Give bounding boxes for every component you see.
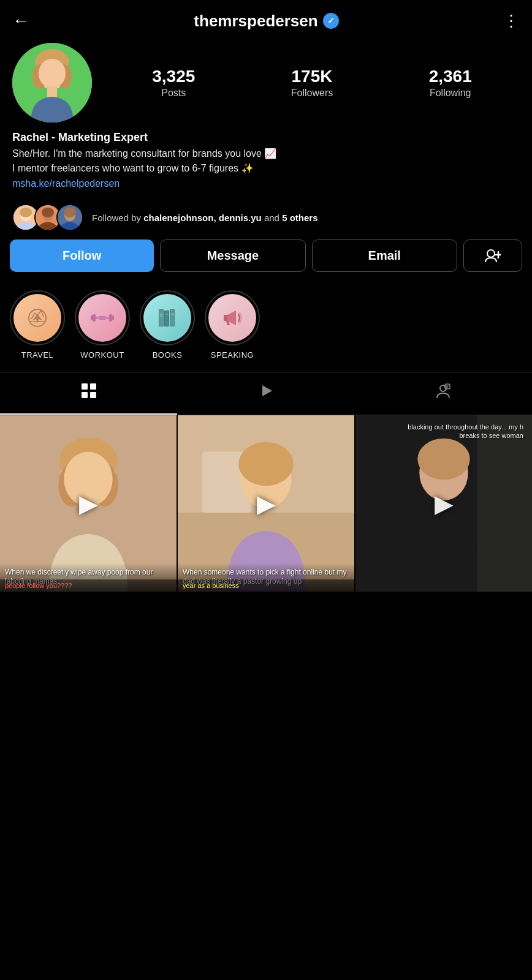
play-icon-2: ▶ (257, 489, 276, 518)
svg-rect-40 (90, 392, 96, 398)
svg-point-15 (64, 208, 76, 217)
highlight-ring-workout (75, 290, 130, 345)
bio-name: Rachel - Marketing Expert (12, 131, 520, 144)
posts-grid: ▶ When we discreetly wipe away poop from… (0, 415, 532, 592)
email-button[interactable]: Email (312, 239, 457, 272)
books-icon (154, 306, 181, 330)
workout-icon (89, 309, 116, 326)
svg-marker-41 (262, 385, 272, 396)
add-friend-button[interactable] (463, 239, 522, 272)
follower-avatar-3 (56, 204, 83, 231)
highlight-workout[interactable]: WORKOUT (75, 290, 130, 360)
play-icon-1: ▶ (79, 489, 98, 518)
svg-rect-37 (82, 383, 88, 390)
stat-followers[interactable]: 175K Followers (291, 67, 333, 99)
avatar[interactable] (12, 43, 92, 123)
grid-post-1[interactable]: ▶ When we discreetly wipe away poop from… (0, 415, 177, 592)
svg-point-59 (417, 439, 469, 480)
svg-point-56 (238, 442, 293, 486)
play-icon-3: ▶ (435, 489, 454, 518)
post-footer-2: year as a business (178, 579, 354, 592)
posts-label: Posts (152, 88, 195, 99)
username-label: themrspedersen (194, 12, 317, 31)
grid-post-2[interactable]: ▶ When someone wants to pick a fight onl… (178, 415, 354, 592)
bio-line2: I mentor freelancers who want to grow to… (12, 163, 254, 173)
svg-rect-36 (224, 315, 227, 321)
svg-point-12 (42, 208, 54, 217)
highlight-travel[interactable]: TRAVEL (10, 290, 65, 360)
bio-line1: She/Her. I'm the marketing consultant fo… (12, 148, 276, 159)
bio-text: She/Her. I'm the marketing consultant fo… (12, 146, 520, 176)
followers-label: Followers (291, 88, 333, 99)
highlight-ring-books (140, 290, 195, 345)
following-label: Following (429, 88, 472, 99)
svg-rect-24 (112, 315, 114, 320)
svg-rect-39 (82, 392, 88, 398)
travel-icon (25, 306, 50, 330)
message-button[interactable]: Message (160, 239, 305, 272)
highlight-inner-workout (78, 294, 126, 342)
bio-link[interactable]: msha.ke/rachelpedersen (12, 178, 520, 189)
tab-bar (0, 372, 532, 415)
followed-by: Followed by chalenejohnson, dennis.yu an… (0, 198, 532, 239)
header: ← themrspedersen ✓ ⋮ (0, 0, 532, 37)
svg-rect-38 (90, 383, 96, 390)
svg-rect-31 (170, 310, 174, 326)
stats-container: 3,325 Posts 175K Followers 2,361 Followi… (104, 67, 520, 99)
svg-rect-29 (165, 311, 169, 326)
svg-rect-22 (91, 315, 93, 320)
stat-following[interactable]: 2,361 Following (429, 67, 472, 99)
highlight-inner-travel (13, 294, 61, 342)
tagged-icon (435, 382, 452, 404)
action-buttons: Follow Message Email (0, 239, 532, 284)
profile-info: 3,325 Posts 175K Followers 2,361 Followi… (0, 37, 532, 131)
followed-names: chalenejohnson, dennis.yu (143, 213, 262, 223)
tab-grid[interactable] (0, 372, 177, 415)
highlight-label-travel: TRAVEL (21, 350, 54, 360)
header-title: themrspedersen ✓ (194, 12, 338, 31)
highlight-label-speaking: SPEAKING (211, 350, 254, 360)
posts-count: 3,325 (152, 67, 195, 86)
tab-reels[interactable] (177, 372, 354, 415)
highlights: TRAVEL WORKOUT (0, 284, 532, 372)
svg-point-16 (487, 250, 495, 257)
grid-icon (80, 382, 97, 404)
followed-others-label: and (262, 213, 282, 223)
highlight-label-books: BOOKS (153, 350, 183, 360)
stat-posts[interactable]: 3,325 Posts (152, 67, 195, 99)
post-footer-1: people follow you???? (0, 579, 177, 592)
bio-section: Rachel - Marketing Expert She/Her. I'm t… (0, 131, 532, 198)
following-count: 2,361 (429, 67, 472, 86)
highlight-books[interactable]: BOOKS (140, 290, 195, 360)
back-button[interactable]: ← (12, 11, 29, 31)
svg-rect-6 (47, 86, 57, 97)
highlight-ring-travel (10, 290, 65, 345)
tab-tagged[interactable] (355, 372, 532, 415)
followed-count: 5 others (282, 213, 317, 223)
svg-rect-25 (96, 317, 109, 319)
speaking-icon (219, 306, 246, 330)
highlight-speaking[interactable]: SPEAKING (205, 290, 260, 360)
svg-point-9 (20, 208, 32, 217)
reels-icon (257, 382, 275, 404)
highlight-label-workout: WORKOUT (80, 350, 124, 360)
follower-avatars (12, 204, 83, 231)
followed-text: Followed by chalenejohnson, dennis.yu an… (92, 213, 318, 223)
follow-button[interactable]: Follow (10, 239, 154, 272)
grid-post-3[interactable]: ▶ blacking out throughout the day... my … (355, 415, 532, 592)
post-caption-top-3: blacking out throughout the day... my h … (386, 420, 527, 443)
verified-badge: ✓ (323, 13, 339, 29)
more-options-button[interactable]: ⋮ (503, 12, 520, 31)
highlight-inner-books (143, 294, 191, 342)
highlight-ring-speaking (205, 290, 260, 345)
highlight-inner-speaking (208, 294, 256, 342)
add-person-icon (485, 249, 501, 263)
svg-rect-27 (159, 310, 163, 326)
svg-point-5 (39, 59, 66, 88)
followed-by-label: Followed by (92, 213, 143, 223)
followers-count: 175K (291, 67, 333, 86)
